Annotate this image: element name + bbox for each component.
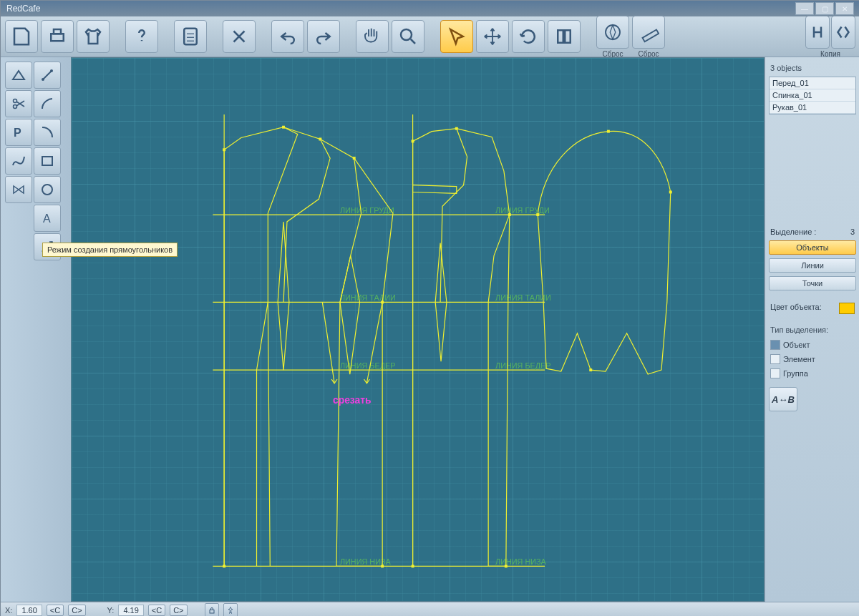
svg-rect-40 — [505, 564, 508, 567]
svg-point-15 — [14, 99, 17, 103]
mirror-button[interactable] — [548, 20, 581, 53]
split-button[interactable] — [831, 16, 855, 49]
pattern-svg: ЛИНИЯ ГРУДИ ЛИНИЯ ГРУДИ ЛИНИЯ ТАЛИИ ЛИНИ… — [72, 58, 764, 595]
svg-point-16 — [14, 105, 17, 109]
list-item[interactable]: Спинка_01 — [770, 89, 855, 102]
circle-tool[interactable] — [34, 176, 61, 203]
svg-rect-0 — [51, 34, 64, 41]
y-dec[interactable]: <C — [148, 605, 165, 616]
undo-button[interactable] — [271, 20, 304, 53]
svg-text:P: P — [14, 127, 21, 139]
left-toolbar: P A Режим создания прямоугольников — [1, 57, 71, 602]
canvas[interactable]: ЛИНИЯ ГРУДИ ЛИНИЯ ГРУДИ ЛИНИЯ ТАЛИИ ЛИНИ… — [71, 57, 765, 602]
svg-rect-43 — [669, 191, 672, 194]
svg-rect-11 — [643, 29, 659, 41]
svg-rect-9 — [565, 30, 571, 43]
svg-rect-34 — [223, 564, 225, 567]
titlebar: RedCafe — ▢ ✕ — [1, 1, 859, 16]
close-button[interactable]: ✕ — [835, 2, 854, 15]
svg-rect-1 — [54, 29, 61, 34]
chk-object[interactable]: Объект — [769, 338, 856, 351]
chk-group[interactable]: Группа — [769, 367, 856, 380]
svg-rect-30 — [282, 126, 285, 129]
move-button[interactable] — [476, 20, 509, 53]
x-dec[interactable]: <C — [47, 605, 64, 616]
spline-tool[interactable] — [5, 147, 32, 175]
y-value: 4.19 — [118, 605, 143, 616]
selection-count: 3 — [850, 228, 855, 236]
text-tool[interactable]: A — [34, 205, 61, 232]
compass-button[interactable] — [596, 16, 629, 49]
right-panel: 3 objects Перед_01 Спинка_01 Рукав_01 Вы… — [765, 57, 859, 602]
pin-icon[interactable] — [223, 603, 238, 616]
guide-waist-1: ЛИНИЯ ТАЛИИ — [340, 293, 396, 302]
bowtie-tool[interactable] — [5, 176, 32, 203]
curve-tool[interactable] — [34, 90, 61, 117]
merge-button[interactable] — [805, 16, 830, 49]
svg-rect-31 — [319, 137, 321, 140]
zoom-button[interactable] — [392, 20, 424, 53]
svg-text:A: A — [43, 212, 51, 225]
color-label: Цвет объекта: — [770, 303, 822, 314]
points-tab[interactable]: Точки — [769, 276, 856, 290]
app-title: RedCafe — [6, 4, 40, 14]
svg-rect-44 — [589, 368, 592, 371]
print-button[interactable] — [41, 20, 74, 53]
x-inc[interactable]: C> — [68, 605, 85, 616]
minimize-button[interactable]: — — [795, 2, 814, 15]
guide-hem-2: ЛИНИЯ НИЗА — [495, 557, 547, 566]
p-tool[interactable]: P — [5, 119, 32, 146]
reset1-label: Сброс — [602, 50, 623, 58]
shirt-button[interactable] — [77, 20, 110, 53]
top-toolbar: Сброс Сброс Копия — [1, 16, 859, 57]
select-button[interactable] — [440, 20, 473, 53]
x-value: 1.60 — [16, 605, 42, 616]
list-item[interactable]: Перед_01 — [770, 77, 855, 89]
lines-tab[interactable]: Линии — [769, 258, 856, 273]
svg-rect-36 — [412, 140, 414, 142]
color-swatch[interactable] — [839, 303, 855, 314]
svg-rect-37 — [455, 127, 458, 130]
rotate-button[interactable] — [512, 20, 545, 53]
svg-rect-18 — [42, 157, 52, 165]
x-label: X: — [5, 606, 12, 615]
objects-tab[interactable]: Объекты — [769, 240, 856, 255]
line-tool[interactable] — [34, 62, 61, 89]
app-window: RedCafe — ▢ ✕ Сброс — [0, 0, 859, 616]
seltype-label: Тип выделения: — [769, 323, 856, 337]
tooltip: Режим создания прямоугольников — [42, 243, 178, 257]
reset2-label: Сброс — [638, 50, 659, 58]
chk-element[interactable]: Элемент — [769, 353, 856, 366]
delete-button[interactable] — [223, 20, 256, 53]
scissors-tool[interactable] — [5, 90, 32, 117]
help-button[interactable] — [125, 20, 158, 53]
arc-tool[interactable] — [34, 119, 61, 146]
list-item[interactable]: Рукав_01 — [770, 102, 855, 114]
new-button[interactable] — [5, 20, 38, 53]
cut-label: срезать — [333, 394, 371, 406]
window-controls: — ▢ ✕ — [794, 2, 854, 15]
pan-button[interactable] — [356, 20, 389, 53]
svg-rect-2 — [184, 29, 197, 45]
triangle-tool[interactable] — [5, 62, 32, 89]
maximize-button[interactable]: ▢ — [815, 2, 834, 15]
rect-tool[interactable] — [34, 147, 61, 175]
ruler-button[interactable] — [632, 16, 665, 49]
object-list[interactable]: Перед_01 Спинка_01 Рукав_01 — [769, 77, 856, 114]
svg-point-19 — [42, 185, 52, 195]
y-inc[interactable]: C> — [170, 605, 187, 616]
lock-icon[interactable] — [205, 603, 219, 616]
svg-point-10 — [606, 25, 620, 39]
svg-rect-41 — [607, 130, 610, 133]
ab-button[interactable]: A↔B — [769, 387, 797, 411]
selection-label: Выделение : — [770, 228, 816, 236]
guide-hip-2: ЛИНИЯ БЕДЕР — [495, 361, 551, 370]
svg-rect-35 — [381, 564, 384, 567]
redo-button[interactable] — [307, 20, 340, 53]
svg-rect-8 — [558, 30, 563, 43]
svg-rect-33 — [381, 300, 384, 303]
calculator-button[interactable] — [174, 20, 207, 53]
copy-label: Копия — [820, 50, 840, 58]
y-label: Y: — [107, 606, 115, 615]
svg-rect-42 — [536, 213, 539, 216]
